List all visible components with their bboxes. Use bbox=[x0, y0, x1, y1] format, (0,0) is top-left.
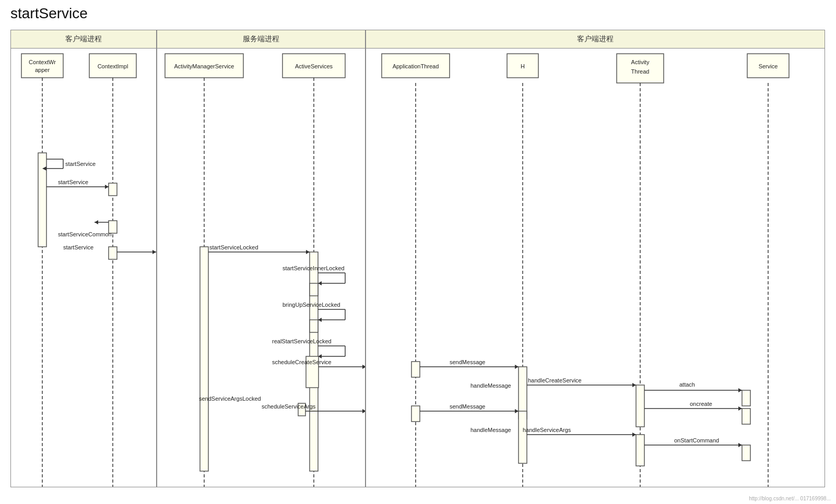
svg-rect-70 bbox=[747, 54, 789, 78]
svg-rect-107 bbox=[742, 445, 750, 461]
svg-rect-32 bbox=[200, 247, 208, 471]
svg-rect-10 bbox=[109, 247, 117, 259]
swimlane-right-header: 客户端进程 bbox=[366, 30, 825, 49]
swimlane-mid-body: ActivityManagerService ActiveServices st… bbox=[157, 49, 365, 487]
svg-rect-89 bbox=[742, 390, 750, 406]
svg-text:scheduleCreateService: scheduleCreateService bbox=[272, 359, 332, 365]
svg-rect-94 bbox=[411, 406, 420, 422]
swimlane-right-body: ApplicationThread H Activity Thread Serv… bbox=[366, 49, 825, 487]
svg-text:startServiceInnerLocked: startServiceInnerLocked bbox=[282, 265, 345, 271]
svg-marker-24 bbox=[152, 250, 156, 254]
svg-text:sendMessage: sendMessage bbox=[450, 403, 486, 410]
svg-text:sendServiceArgsLocked: sendServiceArgsLocked bbox=[199, 395, 261, 402]
left-svg: ContextWr apper ContextImpl bbox=[11, 49, 156, 487]
svg-rect-58 bbox=[298, 403, 305, 416]
svg-marker-56 bbox=[362, 365, 365, 369]
page-title: startService bbox=[10, 5, 826, 22]
right-svg: ApplicationThread H Activity Thread Serv… bbox=[366, 49, 825, 487]
svg-rect-85 bbox=[636, 385, 644, 427]
svg-text:scheduleServiceArgs: scheduleServiceArgs bbox=[262, 403, 316, 410]
svg-rect-103 bbox=[636, 435, 644, 466]
svg-text:ContextImpl: ContextImpl bbox=[98, 63, 128, 69]
swimlane-mid-header: 服务端进程 bbox=[157, 30, 365, 49]
svg-text:Thread: Thread bbox=[631, 68, 650, 75]
svg-text:realStartServiceLocked: realStartServiceLocked bbox=[272, 338, 332, 344]
svg-marker-105 bbox=[738, 443, 742, 447]
svg-marker-101 bbox=[632, 433, 636, 437]
page: startService 客户端进程 ContextWr apper Conte… bbox=[0, 0, 836, 504]
swimlane-left-header: 客户端进程 bbox=[11, 30, 156, 49]
svg-rect-67 bbox=[617, 54, 664, 83]
svg-marker-78 bbox=[515, 365, 519, 369]
svg-rect-7 bbox=[38, 153, 46, 247]
svg-rect-63 bbox=[382, 54, 450, 78]
svg-marker-61 bbox=[362, 409, 365, 413]
svg-text:ApplicationThread: ApplicationThread bbox=[393, 63, 439, 69]
watermark: http://blog.csdn.net/... 017169998... bbox=[749, 496, 831, 501]
svg-rect-9 bbox=[109, 221, 117, 233]
svg-text:handleServiceArgs: handleServiceArgs bbox=[523, 427, 571, 433]
svg-text:apper: apper bbox=[35, 67, 50, 73]
svg-text:handleMessage: handleMessage bbox=[470, 427, 511, 433]
svg-marker-46 bbox=[318, 318, 322, 322]
svg-rect-54 bbox=[306, 356, 319, 388]
svg-rect-80 bbox=[519, 367, 527, 419]
swimlane-left-body: ContextWr apper ContextImpl bbox=[11, 49, 156, 487]
svg-marker-87 bbox=[738, 388, 742, 392]
svg-rect-26 bbox=[165, 54, 243, 78]
svg-rect-0 bbox=[21, 54, 63, 78]
swimlane-mid: 服务端进程 ActivityManagerService ActiveServi… bbox=[157, 30, 366, 487]
diagram-container: 客户端进程 ContextWr apper ContextImpl bbox=[10, 30, 825, 487]
mid-svg: ActivityManagerService ActiveServices st… bbox=[157, 49, 365, 487]
svg-text:onStartCommand: onStartCommand bbox=[674, 437, 719, 443]
svg-rect-36 bbox=[310, 252, 318, 471]
svg-rect-8 bbox=[109, 183, 117, 196]
svg-text:attach: attach bbox=[679, 381, 695, 388]
svg-text:ContextWr: ContextWr bbox=[29, 59, 56, 65]
svg-marker-91 bbox=[738, 406, 742, 411]
svg-marker-34 bbox=[306, 250, 310, 254]
svg-text:ActiveServices: ActiveServices bbox=[295, 63, 333, 69]
swimlane-right: 客户端进程 ApplicationThread H Activity Threa… bbox=[366, 30, 825, 487]
svg-text:startServiceCommon: startServiceCommon bbox=[58, 231, 112, 237]
svg-text:startService: startService bbox=[58, 179, 88, 185]
svg-text:startService: startService bbox=[65, 161, 96, 167]
svg-text:Service: Service bbox=[759, 63, 778, 69]
svg-text:H: H bbox=[521, 63, 525, 69]
svg-marker-52 bbox=[318, 354, 322, 358]
svg-text:handleCreateService: handleCreateService bbox=[528, 377, 582, 383]
svg-text:oncreate: oncreate bbox=[690, 401, 712, 407]
svg-text:sendMessage: sendMessage bbox=[450, 359, 486, 365]
svg-marker-15 bbox=[42, 166, 46, 171]
svg-text:startService: startService bbox=[63, 244, 93, 250]
svg-rect-98 bbox=[519, 411, 527, 463]
svg-rect-3 bbox=[89, 54, 136, 78]
svg-marker-40 bbox=[318, 281, 322, 285]
svg-rect-93 bbox=[742, 409, 750, 424]
svg-rect-65 bbox=[507, 54, 538, 78]
svg-marker-83 bbox=[632, 383, 636, 387]
svg-rect-48 bbox=[310, 320, 318, 332]
svg-text:bringUpServiceLocked: bringUpServiceLocked bbox=[282, 302, 340, 308]
svg-rect-42 bbox=[310, 283, 318, 296]
svg-text:Activity: Activity bbox=[631, 59, 650, 65]
svg-text:handleMessage: handleMessage bbox=[470, 382, 511, 389]
svg-marker-18 bbox=[105, 185, 109, 189]
svg-marker-21 bbox=[95, 220, 98, 224]
svg-text:ActivityManagerService: ActivityManagerService bbox=[174, 63, 234, 69]
svg-rect-28 bbox=[282, 54, 345, 78]
svg-text:startServiceLocked: startServiceLocked bbox=[209, 244, 258, 250]
svg-rect-76 bbox=[411, 362, 420, 377]
swimlane-left: 客户端进程 ContextWr apper ContextImpl bbox=[10, 30, 157, 487]
svg-marker-96 bbox=[515, 409, 519, 413]
